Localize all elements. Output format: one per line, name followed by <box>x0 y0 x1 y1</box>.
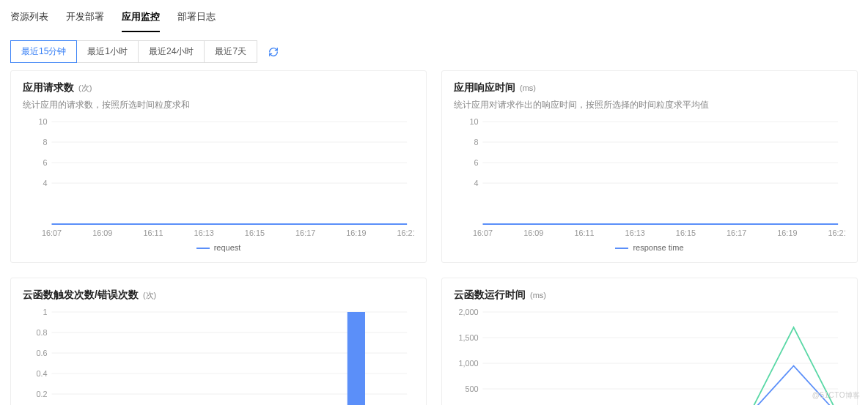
chart-legend: response time <box>454 243 845 252</box>
legend-label: response time <box>633 243 683 252</box>
svg-text:0.2: 0.2 <box>37 390 48 398</box>
svg-text:16:09: 16:09 <box>523 228 543 237</box>
legend-item[interactable]: response time <box>615 243 683 252</box>
svg-text:1: 1 <box>43 308 48 316</box>
svg-text:1,000: 1,000 <box>458 359 478 368</box>
svg-text:0.4: 0.4 <box>37 369 48 378</box>
chart-card-response_time: 应用响应时间(ms)统计应用对请求作出的响应时间，按照所选择的时间粒度求平均值4… <box>441 70 858 263</box>
svg-text:500: 500 <box>465 384 478 393</box>
chart-title: 应用请求数 <box>23 81 74 94</box>
svg-text:4: 4 <box>474 179 479 187</box>
svg-text:10: 10 <box>39 117 48 126</box>
legend-item[interactable]: request <box>196 243 241 252</box>
chart-legend: request <box>23 243 414 252</box>
svg-text:16:15: 16:15 <box>245 228 265 237</box>
svg-text:16:21: 16:21 <box>828 228 845 237</box>
svg-text:16:21: 16:21 <box>397 228 414 237</box>
svg-text:8: 8 <box>43 138 48 146</box>
svg-text:16:11: 16:11 <box>574 228 594 237</box>
chart-card-invocations: 云函数触发次数/错误次数(次)0.20.40.60.8116:0716:0916… <box>10 278 427 405</box>
svg-text:16:13: 16:13 <box>194 228 214 237</box>
range-15m[interactable]: 最近15分钟 <box>10 40 77 63</box>
svg-text:16:19: 16:19 <box>777 228 797 237</box>
svg-text:8: 8 <box>474 138 479 146</box>
legend-swatch <box>196 248 210 249</box>
legend-swatch <box>615 248 628 249</box>
chart-card-requests: 应用请求数(次)统计应用的请求数，按照所选时间粒度求和4681016:0716:… <box>10 70 427 263</box>
chart-title: 云函数运行时间 <box>454 289 526 302</box>
svg-text:0.6: 0.6 <box>37 349 48 357</box>
svg-text:4: 4 <box>43 179 48 187</box>
svg-text:16:07: 16:07 <box>42 228 62 237</box>
chart-subtitle: 统计应用对请求作出的响应时间，按照所选择的时间粒度求平均值 <box>454 99 845 111</box>
range-24h[interactable]: 最近24小时 <box>138 40 205 63</box>
chart-title: 云函数触发次数/错误次数 <box>23 289 139 302</box>
range-7d[interactable]: 最近7天 <box>204 40 257 63</box>
chart-plot: 4681016:0716:0916:1116:1316:1516:1716:19… <box>23 116 414 240</box>
chart-unit: (次) <box>78 83 92 94</box>
svg-text:2,000: 2,000 <box>458 308 478 316</box>
tab-deploy[interactable]: 开发部署 <box>66 6 104 32</box>
chart-unit: (ms) <box>530 291 546 300</box>
range-1h[interactable]: 最近1小时 <box>76 40 139 63</box>
svg-text:16:13: 16:13 <box>625 228 645 237</box>
tab-monitor[interactable]: 应用监控 <box>122 6 160 32</box>
svg-text:16:09: 16:09 <box>92 228 112 237</box>
svg-text:0.8: 0.8 <box>37 328 48 337</box>
svg-text:16:19: 16:19 <box>346 228 366 237</box>
refresh-icon[interactable] <box>263 42 284 62</box>
svg-text:10: 10 <box>470 117 479 126</box>
chart-card-runtime: 云函数运行时间(ms)5001,0001,5002,00016:0716:091… <box>441 278 858 405</box>
svg-text:16:07: 16:07 <box>473 228 493 237</box>
tab-resources[interactable]: 资源列表 <box>10 6 48 32</box>
svg-text:6: 6 <box>474 158 479 167</box>
svg-text:6: 6 <box>43 158 48 167</box>
svg-text:16:17: 16:17 <box>295 228 315 237</box>
svg-text:16:15: 16:15 <box>676 228 696 237</box>
watermark-text: @51CTO博客 <box>812 390 861 401</box>
svg-text:16:17: 16:17 <box>727 228 746 237</box>
chart-plot: 0.20.40.60.8116:0716:0916:1116:1316:1516… <box>23 306 414 405</box>
svg-rect-53 <box>347 312 365 405</box>
chart-unit: (次) <box>143 290 156 301</box>
legend-label: request <box>214 243 241 252</box>
chart-title: 应用响应时间 <box>454 81 515 94</box>
svg-text:1,500: 1,500 <box>458 333 478 342</box>
chart-unit: (ms) <box>520 83 536 92</box>
svg-text:16:11: 16:11 <box>143 228 163 237</box>
chart-plot: 4681016:0716:0916:1116:1316:1516:1716:19… <box>454 116 845 240</box>
tab-logs[interactable]: 部署日志 <box>177 6 216 32</box>
chart-subtitle: 统计应用的请求数，按照所选时间粒度求和 <box>23 99 414 111</box>
chart-plot: 5001,0001,5002,00016:0716:0916:1116:1316… <box>454 306 845 405</box>
